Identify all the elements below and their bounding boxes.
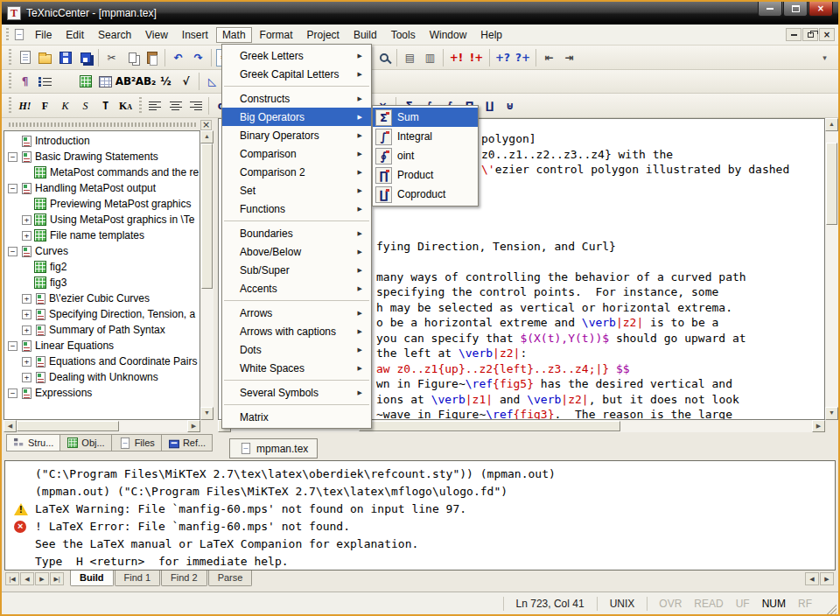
output-tab-find-1[interactable]: Find 1 <box>115 570 161 586</box>
tree-item[interactable]: Previewing MetaPost graphics <box>4 196 200 212</box>
bigop-biguplus-button[interactable]: ⊎ <box>500 96 520 116</box>
tree-item[interactable]: −Expressions <box>4 385 200 401</box>
toolbar-overflow-button[interactable]: ▾ <box>815 48 835 67</box>
mdi-restore-button[interactable] <box>802 28 818 41</box>
view-output-button[interactable] <box>374 48 394 67</box>
menu-item-arrows-with-captions[interactable]: Arrows with captions▶ <box>222 322 371 340</box>
tree-expander-minus[interactable]: − <box>8 184 18 193</box>
menu-item-functions[interactable]: Functions▶ <box>222 200 371 218</box>
menu-format[interactable]: Format <box>254 27 299 43</box>
tree-item[interactable]: fig3 <box>4 275 200 290</box>
tree-item[interactable]: +Using MetaPost graphics in \Te <box>4 212 200 228</box>
menu-file[interactable]: File <box>29 27 58 43</box>
copy-button[interactable] <box>122 48 142 67</box>
menu-tools[interactable]: Tools <box>385 27 422 43</box>
submenu-item-integral[interactable]: ∫Integral <box>373 127 478 146</box>
tree-expander-plus[interactable]: + <box>22 373 32 382</box>
tree-item[interactable]: +B\'ezier Cubic Curves <box>4 290 200 306</box>
tree-expander-minus[interactable]: − <box>8 247 18 256</box>
tree-expander-plus[interactable]: + <box>22 326 32 335</box>
menu-item-matrix[interactable]: Matrix <box>222 408 371 426</box>
submenu-item-oint[interactable]: ∮oint <box>373 146 478 165</box>
save-all-button[interactable] <box>75 48 95 67</box>
style-bold-button[interactable]: F <box>35 96 55 116</box>
titlebar[interactable]: T TeXnicCenter - [mpman.tex] × <box>2 2 838 24</box>
tree-item[interactable]: +Equations and Coordinate Pairs <box>4 354 200 369</box>
output-tab-build[interactable]: Build <box>70 570 114 586</box>
insert-image-button[interactable] <box>75 72 95 91</box>
tab-obj[interactable]: Obj... <box>60 434 111 452</box>
submenu-item-sum[interactable]: ΣSum <box>373 108 478 127</box>
menu-math[interactable]: Math <box>216 27 252 43</box>
toggle-output-view-button[interactable]: ▤ <box>400 48 420 67</box>
prev-warning-button[interactable]: +? <box>493 48 513 67</box>
menu-item-big-operators[interactable]: Big Operators▶ <box>222 108 371 126</box>
minimize-button[interactable] <box>758 2 782 17</box>
scrollbar-thumb[interactable] <box>17 421 119 431</box>
menu-search[interactable]: Search <box>92 27 137 43</box>
menu-item-arrows[interactable]: Arrows▶ <box>222 304 371 322</box>
next-warning-button[interactable]: ?+ <box>513 48 533 67</box>
output-nav-next-button[interactable]: ▶ <box>35 572 49 585</box>
scroll-right-icon[interactable]: ▶ <box>812 420 825 432</box>
tree-item[interactable]: +File name templates <box>4 228 200 243</box>
tree-item[interactable]: fig2 <box>4 259 200 275</box>
menu-build[interactable]: Build <box>347 27 383 43</box>
align-left-button[interactable] <box>145 96 165 116</box>
tree-expander-plus[interactable]: + <box>22 215 32 225</box>
output-tab-parse[interactable]: Parse <box>208 570 253 586</box>
new-document-button[interactable] <box>15 48 35 67</box>
output-line[interactable]: ! LaTeX Error: File `manfig-60.mps' not … <box>5 518 835 536</box>
menu-edit[interactable]: Edit <box>60 27 90 43</box>
tree-item[interactable]: +Specifying Direction, Tension, a <box>4 306 200 322</box>
scrollbar-track[interactable] <box>200 144 214 407</box>
menu-item-boundaries[interactable]: Boundaries▶ <box>222 224 371 242</box>
style-slanted-button[interactable]: S <box>75 96 95 116</box>
scroll-left-icon[interactable]: ◀ <box>4 420 17 432</box>
output-nav-prev-button[interactable]: ◀ <box>20 572 34 585</box>
tree-vertical-scrollbar[interactable]: ▲ ▼ <box>200 130 214 420</box>
tree-expander-minus[interactable]: − <box>8 152 18 162</box>
output-line[interactable]: LaTeX Warning: File `manfig-60.mps' not … <box>5 500 835 518</box>
menu-item-greek-letters[interactable]: Greek Letters▶ <box>222 46 371 65</box>
menu-item-sub-super[interactable]: Sub/Super▶ <box>222 261 371 279</box>
bigop-coproduct-button[interactable]: ∐ <box>480 96 500 116</box>
scroll-up-icon[interactable]: ▲ <box>200 130 214 144</box>
menu-item-comparison-2[interactable]: Comparison 2▶ <box>222 163 371 181</box>
toolbar-grip[interactable] <box>9 97 11 115</box>
document-tab-mpman-tex[interactable]: mpman.tex <box>229 438 318 458</box>
mdi-close-button[interactable]: × <box>819 28 835 41</box>
maximize-button[interactable] <box>783 2 808 17</box>
tree-item[interactable]: −Handling MetaPost output <box>4 180 200 196</box>
open-document-button[interactable] <box>35 48 55 67</box>
scrollbar-thumb[interactable] <box>826 143 837 226</box>
cut-button[interactable]: ✂ <box>102 48 122 67</box>
menu-item-white-spaces[interactable]: White Spaces▶ <box>222 359 371 377</box>
output-tab-find-2[interactable]: Find 2 <box>161 570 207 586</box>
tab-scroll-left-button[interactable]: ◀ <box>805 572 819 585</box>
toolbar-grip[interactable] <box>139 97 142 115</box>
tab-ref[interactable]: Ref... <box>161 434 213 452</box>
menu-item-comparison[interactable]: Comparison▶ <box>222 144 371 163</box>
tree-expander-plus[interactable]: + <box>22 231 32 241</box>
paste-button[interactable] <box>142 48 162 67</box>
subscript-button[interactable]: AB₂ <box>136 72 156 91</box>
superscript-button[interactable]: AB² <box>116 72 136 91</box>
menu-item-set[interactable]: Set▶ <box>222 181 371 200</box>
scroll-down-icon[interactable]: ▼ <box>200 407 214 420</box>
scrollbar-track[interactable] <box>17 420 187 432</box>
menu-help[interactable]: Help <box>474 27 508 43</box>
style-smallcaps-button[interactable]: Ka <box>116 96 136 116</box>
submenu-item-coproduct[interactable]: ∐Coproduct <box>373 185 478 204</box>
toolbar-grip[interactable] <box>9 73 11 90</box>
insert-table-button[interactable] <box>95 72 116 91</box>
prev-mark-button[interactable]: ⇤ <box>539 48 559 67</box>
insert-sqrt-button[interactable]: √ <box>176 72 196 91</box>
pane-close-button[interactable]: × <box>200 120 212 130</box>
tree-horizontal-scrollbar[interactable]: ◀ ▶ <box>4 420 200 432</box>
menu-window[interactable]: Window <box>424 27 473 43</box>
save-button[interactable] <box>55 48 75 67</box>
scrollbar-thumb[interactable] <box>359 421 620 431</box>
next-mark-button[interactable]: ⇥ <box>559 48 579 67</box>
tree-item[interactable]: −Basic Drawing Statements <box>4 149 200 164</box>
